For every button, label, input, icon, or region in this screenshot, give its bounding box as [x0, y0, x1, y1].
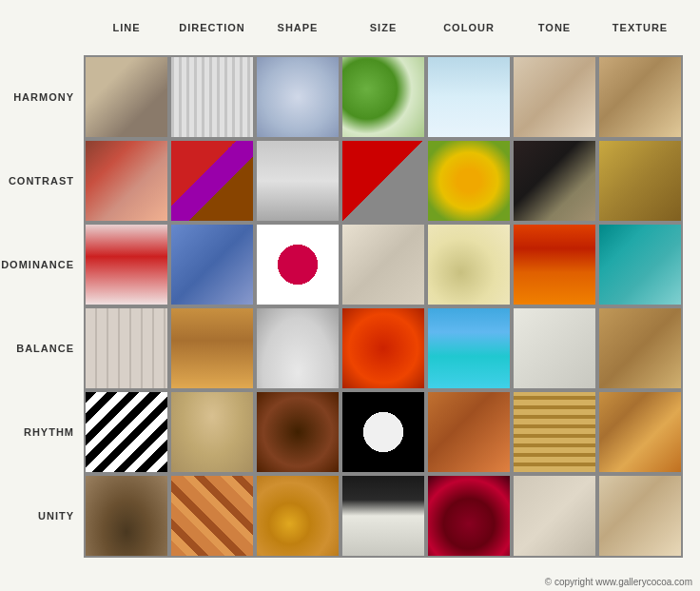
header-row: LINE DIRECTION SHAPE SIZE COLOUR TONE TE… — [0, 0, 700, 55]
row-rhythm: RHYTHM — [0, 390, 700, 474]
cell-contrast-direction — [169, 139, 255, 223]
row-label-rhythm: RHYTHM — [0, 426, 84, 438]
cell-harmony-direction — [169, 55, 255, 139]
row-label-dominance: DOMINANCE — [0, 259, 84, 270]
row-balance: BALANCE — [0, 306, 700, 390]
cell-balance-size — [340, 306, 426, 390]
cell-harmony-shape — [255, 55, 340, 139]
cell-dominance-shape — [255, 223, 340, 306]
cell-rhythm-texture — [597, 390, 683, 474]
row-dominance: DOMINANCE — [0, 223, 700, 306]
cell-unity-texture — [597, 474, 683, 558]
col-header-direction: DIRECTION — [169, 22, 255, 33]
row-harmony: HARMONY — [0, 55, 700, 139]
cell-rhythm-colour — [426, 390, 512, 474]
cell-harmony-texture — [597, 55, 683, 139]
cell-unity-size — [340, 474, 426, 558]
cell-contrast-shape — [255, 139, 340, 223]
cell-contrast-texture — [597, 139, 683, 223]
cell-harmony-colour — [426, 55, 512, 139]
cell-harmony-tone — [512, 55, 597, 139]
cell-contrast-size — [340, 139, 426, 223]
cell-contrast-colour — [426, 139, 512, 223]
cell-harmony-size — [340, 55, 426, 139]
cell-unity-direction — [169, 474, 255, 558]
cell-balance-line — [84, 306, 169, 390]
cell-dominance-colour — [426, 223, 512, 306]
col-header-colour: COLOUR — [426, 22, 512, 33]
cell-harmony-line — [84, 55, 169, 139]
cell-dominance-direction — [169, 223, 255, 306]
col-header-size: SIZE — [340, 22, 426, 33]
cell-rhythm-direction — [169, 390, 255, 474]
cell-contrast-tone — [512, 139, 597, 223]
cell-unity-shape — [255, 474, 340, 558]
col-header-shape: SHAPE — [255, 22, 340, 33]
cell-balance-colour — [426, 306, 512, 390]
cell-rhythm-tone — [512, 390, 597, 474]
row-label-harmony: HARMONY — [0, 91, 84, 103]
cell-balance-direction — [169, 306, 255, 390]
col-header-line: LINE — [84, 22, 169, 33]
cell-unity-line — [84, 474, 169, 558]
row-contrast: CONTRAST — [0, 139, 700, 223]
cell-unity-colour — [426, 474, 512, 558]
cell-dominance-size — [340, 223, 426, 306]
cell-dominance-line — [84, 223, 169, 306]
col-header-texture: TEXTURE — [597, 22, 683, 33]
cell-balance-shape — [255, 306, 340, 390]
cell-rhythm-shape — [255, 390, 340, 474]
cell-balance-texture — [597, 306, 683, 390]
cell-rhythm-size — [340, 390, 426, 474]
cell-rhythm-line — [84, 390, 169, 474]
row-label-unity: UNITY — [0, 510, 84, 522]
main-grid: HARMONY CONTRAST DOMINANCE BALANCE — [0, 55, 700, 558]
cell-dominance-texture — [597, 223, 683, 306]
row-unity: UNITY — [0, 474, 700, 558]
cell-unity-tone — [512, 474, 597, 558]
col-header-tone: TONE — [512, 22, 597, 33]
cell-dominance-tone — [512, 223, 597, 306]
copyright-text: © copyright www.gallerycocoa.com — [545, 577, 692, 587]
cell-contrast-line — [84, 139, 169, 223]
cell-balance-tone — [512, 306, 597, 390]
row-label-contrast: CONTRAST — [0, 175, 84, 187]
row-label-balance: BALANCE — [0, 343, 84, 354]
